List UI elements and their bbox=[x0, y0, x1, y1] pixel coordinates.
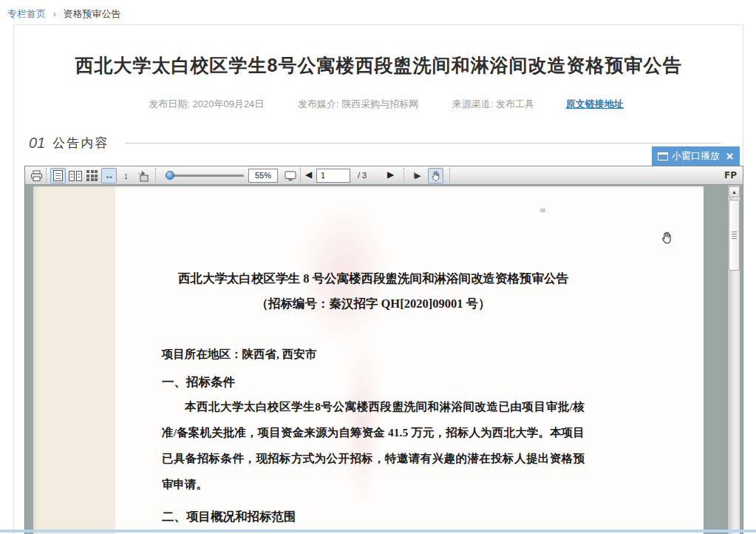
original-link[interactable]: 原文链接地址 bbox=[566, 98, 624, 109]
printer-icon bbox=[30, 170, 43, 182]
section-divider bbox=[125, 143, 721, 143]
viewer-toolbar: ↔ ↕ 55% ◀ 1 / 3 ▶ I▶ bbox=[25, 166, 743, 185]
small-window-play-button[interactable]: 小窗口播放 ✕ bbox=[652, 146, 740, 166]
document-heading-2: 二、项目概况和招标范围 bbox=[162, 509, 585, 525]
prev-page-button[interactable]: ◀ bbox=[305, 169, 312, 180]
fit-height-button[interactable]: ↕ bbox=[118, 168, 134, 183]
document-subtitle: （招标编号：秦汉招字 QH[2020]09001 号） bbox=[162, 296, 585, 312]
document-paragraph-1: 本西北大学太白校区学生8号公寓楼西段盥洗间和淋浴间改造已由项目审批/核准/备案机… bbox=[162, 393, 585, 497]
source-channel: 来源渠道: 发布工具 bbox=[452, 98, 534, 109]
breadcrumb: 专栏首页 › 资格预审公告 bbox=[7, 7, 121, 21]
page-total-label: / 3 bbox=[358, 171, 367, 180]
document-body: 西北大学太白校区学生 8 号公寓楼西段盥洗间和淋浴间改造资格预审公告 （招标编号… bbox=[162, 186, 585, 534]
meta-row: 发布日期: 2020年09月24日 发布媒介: 陕西采购与招标网 来源渠道: 发… bbox=[14, 98, 743, 111]
hand-tool-icon bbox=[430, 170, 441, 182]
rotate-icon bbox=[137, 170, 149, 182]
breadcrumb-current: 资格预审公告 bbox=[64, 8, 121, 19]
close-icon[interactable]: ✕ bbox=[726, 151, 734, 162]
bottom-accent-line bbox=[0, 530, 756, 533]
page-title: 西北大学太白校区学生8号公寓楼西段盥洗间和淋浴间改造资格预审公告 bbox=[14, 53, 743, 78]
vertical-scrollbar[interactable]: ▲ bbox=[727, 186, 740, 534]
fit-width-icon: ↔ bbox=[104, 171, 114, 180]
section-title: 公告内容 bbox=[52, 135, 109, 152]
thumbnail-view-button[interactable] bbox=[84, 168, 100, 183]
zoom-slider[interactable] bbox=[166, 175, 244, 177]
breadcrumb-home-link[interactable]: 专栏首页 bbox=[7, 8, 46, 19]
toolbar-separator bbox=[300, 168, 301, 183]
flexpaper-logo: FP bbox=[724, 170, 737, 180]
scrollbar-thumb[interactable] bbox=[729, 200, 740, 271]
document-location: 项目所在地区：陕西省, 西安市 bbox=[162, 347, 585, 362]
page-number-input[interactable]: 1 bbox=[316, 169, 350, 183]
toolbar-separator bbox=[403, 168, 404, 183]
rotate-page-button[interactable] bbox=[135, 168, 151, 183]
text-select-tool-button[interactable]: I▶ bbox=[408, 168, 426, 183]
zoom-level-input[interactable]: 55% bbox=[248, 169, 278, 183]
fit-height-icon: ↕ bbox=[123, 171, 129, 180]
toolbar-separator bbox=[155, 168, 156, 183]
two-page-icon bbox=[69, 171, 82, 181]
single-page-view-button[interactable] bbox=[50, 168, 66, 183]
zoom-slider-knob[interactable] bbox=[166, 171, 174, 180]
toolbar-separator bbox=[449, 168, 450, 183]
breadcrumb-separator: › bbox=[53, 8, 56, 19]
print-button[interactable] bbox=[29, 168, 44, 183]
fit-width-button[interactable]: ↔ bbox=[101, 168, 117, 183]
window-icon bbox=[658, 152, 668, 160]
hand-cursor-icon bbox=[660, 231, 673, 248]
publish-date: 发布日期: 2020年09月24日 bbox=[149, 98, 264, 109]
two-page-view-button[interactable] bbox=[67, 168, 83, 183]
small-window-play-label: 小窗口播放 bbox=[672, 149, 720, 163]
grid-icon bbox=[86, 170, 98, 181]
text-select-icon: I▶ bbox=[413, 172, 420, 180]
publish-media: 发布媒介: 陕西采购与招标网 bbox=[298, 98, 418, 109]
document-heading-1: 一、招标条件 bbox=[162, 374, 585, 391]
pdf-viewer: ↔ ↕ 55% ◀ 1 / 3 ▶ I▶ bbox=[24, 166, 743, 534]
document-page[interactable]: 西北大学太白校区学生 8 号公寓楼西段盥洗间和淋浴间改造资格预审公告 （招标编号… bbox=[33, 186, 704, 534]
document-title: 西北大学太白校区学生 8 号公寓楼西段盥洗间和淋浴间改造资格预审公告 bbox=[162, 271, 585, 286]
scroll-up-button[interactable]: ▲ bbox=[729, 186, 740, 197]
toolbar-separator bbox=[46, 168, 47, 183]
monitor-icon bbox=[285, 171, 296, 181]
section-number: 01 bbox=[29, 135, 45, 152]
next-page-button[interactable]: ▶ bbox=[387, 169, 394, 180]
fullscreen-button[interactable] bbox=[282, 168, 298, 183]
section-header: 01 公告内容 bbox=[29, 135, 729, 152]
single-page-icon bbox=[53, 170, 63, 181]
hand-tool-button[interactable] bbox=[428, 168, 443, 183]
viewer-canvas[interactable]: 西北大学太白校区学生 8 号公寓楼西段盥洗间和淋浴间改造资格预审公告 （招标编号… bbox=[25, 186, 743, 534]
